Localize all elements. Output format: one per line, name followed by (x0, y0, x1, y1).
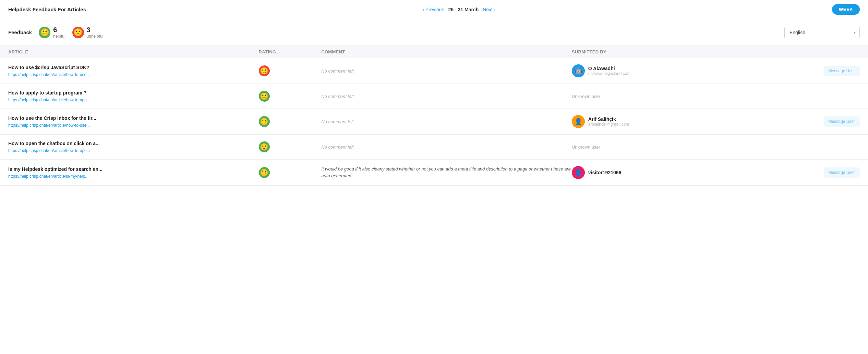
article-link[interactable]: https://help.crisp.chat/en/article/how-t… (8, 148, 90, 153)
happy-rating-icon: 🙂 (259, 91, 270, 102)
article-title: How to use the Crisp Inbox for the fir..… (8, 115, 259, 121)
submitter-cell: 🤖 O AlAwadhi oalawadhi@icloud.com (572, 64, 760, 77)
submitter-email: arisalihcik@gmail.com (588, 122, 629, 127)
table-row: Is my Helpdesk optimized for search en..… (0, 160, 868, 186)
col-rating: Rating (259, 49, 322, 54)
feedback-stats: 🙂 6 helpful 🙁 3 unhelpful (39, 26, 784, 39)
article-link[interactable]: https://help.crisp.chat/en/article/is-my… (8, 174, 88, 179)
avatar: 🤖 (572, 64, 585, 77)
happy-emoji: 🙂 (39, 27, 50, 38)
article-link[interactable]: https://help.crisp.chat/en/article/how-t… (8, 123, 90, 128)
rating-cell: 🙂 (259, 141, 322, 152)
article-cell: How to open the chatbox on click on a...… (8, 141, 259, 153)
comment-cell: No comment left (321, 94, 572, 99)
page-header: Helpdesk Feedback For Articles ‹ Previou… (0, 0, 868, 19)
user-icon: 👤 (575, 169, 582, 176)
article-link[interactable]: https://help.crisp.chat/en/article/how-t… (8, 98, 90, 102)
article-cell: How to use $crisp JavaScript SDK? https:… (8, 65, 259, 77)
comment-cell: No comment left (321, 144, 572, 150)
action-cell: Message User (760, 167, 860, 178)
submitter-name: O AlAwadhi (588, 66, 631, 71)
table-body: How to use $crisp JavaScript SDK? https:… (0, 58, 868, 186)
happy-rating-icon: 🙂 (259, 116, 270, 127)
sad-rating-icon: 🙁 (259, 65, 270, 76)
comment-cell: No comment left (321, 119, 572, 124)
submitter-name: Arif Salihçik (588, 116, 629, 122)
submitter-info: O AlAwadhi oalawadhi@icloud.com (588, 66, 631, 76)
unknown-user: Unknown user (572, 94, 600, 99)
bot-icon: 🤖 (575, 67, 582, 75)
user-icon: 👤 (575, 118, 582, 125)
article-title: How to open the chatbox on click on a... (8, 141, 259, 146)
article-title: How to apply to startup program ? (8, 90, 259, 96)
article-cell: How to apply to startup program ? https:… (8, 90, 259, 102)
unhelpful-stat: 🙁 3 unhelpful (72, 26, 104, 39)
chevron-left-icon: ‹ (422, 7, 424, 12)
col-comment: Comment (321, 49, 572, 54)
article-cell: Is my Helpdesk optimized for search en..… (8, 166, 259, 179)
action-cell: Message User (760, 116, 860, 127)
rating-cell: 🙂 (259, 91, 322, 102)
date-range: 25 - 31 March (448, 7, 479, 12)
submitter-email: oalawadhi@icloud.com (588, 71, 631, 76)
helpful-label: helpful (53, 34, 65, 39)
chevron-right-icon: › (494, 7, 496, 12)
submitter-cell: 👤 Arif Salihçik arisalihcik@gmail.com (572, 115, 760, 128)
table-row: How to apply to startup program ? https:… (0, 84, 868, 109)
rating-cell: 🙁 (259, 65, 322, 76)
unhelpful-label: unhelpful (87, 34, 104, 39)
language-select[interactable]: English French Spanish German Portuguese (784, 27, 860, 38)
next-link[interactable]: Next › (483, 7, 495, 12)
col-action (760, 49, 860, 54)
sad-emoji: 🙁 (72, 27, 84, 38)
table-row: How to use $crisp JavaScript SDK? https:… (0, 58, 868, 84)
avatar: 👤 (572, 115, 585, 128)
feedback-label: Feedback (8, 29, 32, 35)
header-nav: ‹ Previous 25 - 31 March Next › (86, 7, 832, 12)
submitter-name: visitor1921066 (588, 170, 622, 175)
submitter-info: visitor1921066 (588, 170, 622, 175)
avatar: 👤 (572, 166, 585, 179)
previous-link[interactable]: ‹ Previous (422, 7, 444, 12)
happy-rating-icon: 🙂 (259, 167, 270, 178)
comment-cell: It would be good if it also clearly stat… (321, 166, 572, 179)
table-header: Article Rating Comment Submitted By (0, 46, 868, 58)
rating-cell: 🙂 (259, 167, 322, 178)
rating-cell: 🙂 (259, 116, 322, 127)
week-button[interactable]: WEEK (832, 4, 860, 15)
article-cell: How to use the Crisp Inbox for the fir..… (8, 115, 259, 128)
article-title: Is my Helpdesk optimized for search en..… (8, 166, 259, 172)
message-user-button[interactable]: Message User (824, 66, 860, 76)
submitter-cell: Unknown user (572, 94, 760, 99)
happy-rating-icon: 🙂 (259, 141, 270, 152)
unknown-user: Unknown user (572, 144, 600, 150)
col-article: Article (8, 49, 259, 54)
message-user-button[interactable]: Message User (824, 116, 860, 127)
helpful-stat: 🙂 6 helpful (39, 26, 65, 39)
message-user-button[interactable]: Message User (824, 167, 860, 178)
action-cell: Message User (760, 66, 860, 76)
submitter-info: Arif Salihçik arisalihcik@gmail.com (588, 116, 629, 127)
table-row: How to use the Crisp Inbox for the fir..… (0, 109, 868, 135)
helpful-count: 6 (53, 26, 65, 34)
submitter-cell: 👤 visitor1921066 (572, 166, 760, 179)
page-title: Helpdesk Feedback For Articles (8, 7, 86, 12)
language-selector-wrapper: English French Spanish German Portuguese… (784, 27, 860, 38)
col-submitted-by: Submitted By (572, 49, 760, 54)
table-row: How to open the chatbox on click on a...… (0, 135, 868, 160)
article-title: How to use $crisp JavaScript SDK? (8, 65, 259, 70)
article-link[interactable]: https://help.crisp.chat/en/article/how-t… (8, 72, 90, 77)
submitter-cell: Unknown user (572, 144, 760, 150)
unhelpful-count: 3 (87, 26, 104, 34)
feedback-bar: Feedback 🙂 6 helpful 🙁 3 unhelpful Engli… (0, 19, 868, 46)
comment-cell: No comment left (321, 68, 572, 74)
